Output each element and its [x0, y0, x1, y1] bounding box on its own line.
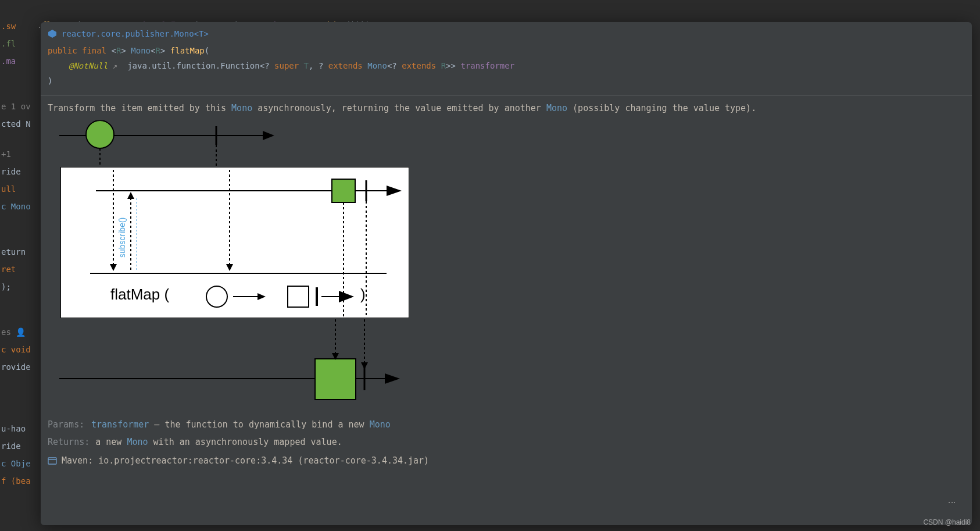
type-link-mono[interactable]: Mono — [231, 103, 252, 113]
svg-marker-2 — [263, 131, 274, 140]
code-frag: cted N — [0, 115, 41, 133]
code-frag: c Obje — [0, 455, 41, 472]
code-frag: ride — [0, 437, 41, 455]
svg-point-30 — [206, 286, 227, 307]
params-section: Params: transformer – the function to dy… — [48, 418, 965, 467]
svg-text:subscribe(): subscribe() — [117, 218, 127, 258]
code-frag: ret — [0, 261, 41, 278]
svg-marker-14 — [361, 362, 368, 369]
type-link-mono[interactable]: Mono — [127, 437, 148, 447]
svg-marker-20 — [110, 264, 117, 271]
library-icon — [48, 457, 57, 465]
code-frag: .sw — [0, 17, 41, 35]
param-transformer[interactable]: transformer — [91, 419, 149, 430]
partial-code-column: .sw .fl .ma e 1 ov cted N +1 ride ull c … — [0, 0, 41, 490]
code-frag: +1 — [0, 145, 41, 163]
method-signature-line2: @NotNull ↗ java.util.function.Function<?… — [48, 58, 965, 73]
svg-point-3 — [86, 120, 114, 148]
method-signature-close: ) — [48, 73, 965, 88]
code-frag: c void — [0, 341, 41, 358]
params-label: Params: — [48, 418, 85, 431]
code-frag: eturn — [0, 243, 41, 261]
code-frag: ); — [0, 278, 41, 295]
operator-label: flatMap ( ) — [110, 288, 169, 301]
svg-rect-37 — [48, 458, 56, 464]
code-frag: ull — [0, 180, 41, 198]
marble-operator-box: subscribe() flatMap ( ) — [60, 167, 409, 318]
svg-marker-22 — [226, 264, 233, 271]
code-frag: c Mono — [0, 198, 41, 215]
doc-body[interactable]: Transform the item emitted by this Mono … — [41, 96, 972, 525]
svg-marker-0 — [48, 30, 56, 38]
returns-label: Returns: — [48, 436, 90, 448]
external-link-icon[interactable]: ↗ — [108, 61, 127, 70]
type-link-mono[interactable]: Mono — [370, 419, 391, 430]
class-fqn[interactable]: reactor.core.publisher.Mono<T> — [62, 27, 209, 41]
documentation-popup[interactable]: reactor.core.publisher.Mono<T> public fi… — [41, 22, 972, 525]
code-frag: ride — [0, 163, 41, 180]
class-icon — [48, 29, 57, 38]
doc-signature-header: reactor.core.publisher.Mono<T> public fi… — [41, 22, 972, 96]
doc-description: Transform the item emitted by this Mono … — [48, 102, 965, 115]
svg-rect-9 — [315, 359, 356, 400]
code-frag: u-hao — [0, 420, 41, 437]
svg-marker-32 — [257, 293, 266, 300]
svg-marker-16 — [387, 186, 402, 196]
svg-rect-17 — [332, 179, 355, 202]
watermark: CSDN @haidi8 — [923, 518, 971, 526]
marble-diagram: subscribe() flatMap ( ) — [48, 120, 965, 411]
svg-marker-36 — [339, 291, 354, 302]
code-frag: f (bea — [0, 472, 41, 490]
maven-source-row[interactable]: Maven: io.projectreactor:reactor-core:3.… — [48, 454, 965, 467]
method-signature: public final <R> Mono<R> flatMap( — [48, 43, 965, 58]
svg-marker-26 — [127, 192, 134, 199]
code-frag: rovide — [0, 358, 41, 376]
maven-coords: Maven: io.projectreactor:reactor-core:3.… — [62, 454, 429, 467]
code-frag: .fl — [0, 35, 41, 52]
code-frag: e 1 ov — [0, 98, 41, 115]
svg-marker-8 — [385, 373, 400, 384]
code-frag: .ma — [0, 52, 41, 70]
more-icon[interactable]: ⋮ — [947, 498, 957, 507]
type-link-mono[interactable]: Mono — [546, 103, 567, 113]
code-frag: es 👤 — [0, 323, 41, 341]
svg-rect-33 — [288, 286, 309, 307]
